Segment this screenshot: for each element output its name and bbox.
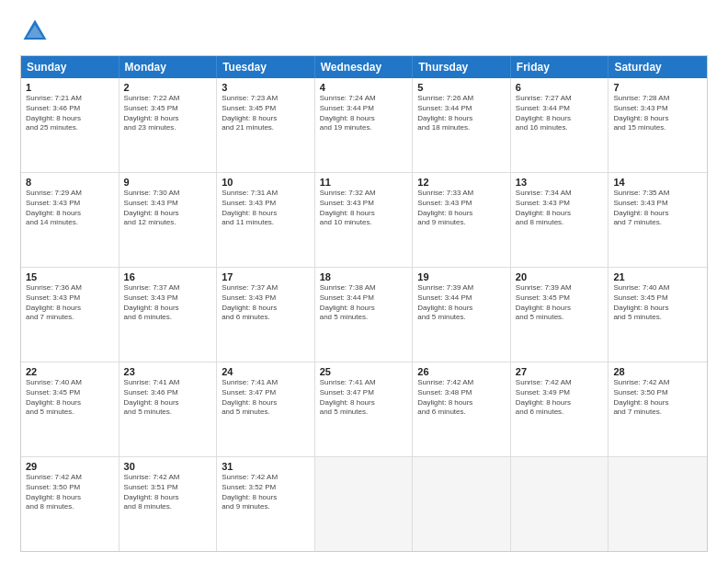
weekday-header: Tuesday: [217, 56, 315, 78]
day-info: Sunrise: 7:38 AMSunset: 3:44 PMDaylight:…: [320, 283, 408, 323]
day-info: Sunrise: 7:39 AMSunset: 3:45 PMDaylight:…: [516, 283, 604, 323]
day-info: Sunrise: 7:41 AMSunset: 3:47 PMDaylight:…: [320, 378, 408, 418]
weekday-header: Saturday: [609, 56, 707, 78]
calendar-cell: 19Sunrise: 7:39 AMSunset: 3:44 PMDayligh…: [413, 268, 511, 362]
day-info: Sunrise: 7:37 AMSunset: 3:43 PMDaylight:…: [124, 283, 212, 323]
logo-icon: [20, 17, 50, 46]
page: SundayMondayTuesdayWednesdayThursdayFrid…: [0, 0, 728, 563]
calendar-cell: 3Sunrise: 7:23 AMSunset: 3:45 PMDaylight…: [217, 78, 315, 172]
day-number: 6: [516, 82, 604, 93]
calendar-cell: 22Sunrise: 7:40 AMSunset: 3:45 PMDayligh…: [21, 362, 119, 456]
header: [20, 17, 708, 46]
calendar-cell: 25Sunrise: 7:41 AMSunset: 3:47 PMDayligh…: [315, 362, 414, 456]
day-info: Sunrise: 7:21 AMSunset: 3:46 PMDaylight:…: [26, 94, 114, 133]
calendar-cell: 26Sunrise: 7:42 AMSunset: 3:48 PMDayligh…: [413, 362, 511, 456]
calendar-cell: 14Sunrise: 7:35 AMSunset: 3:43 PMDayligh…: [609, 173, 707, 267]
weekday-header: Wednesday: [315, 56, 414, 78]
day-info: Sunrise: 7:31 AMSunset: 3:43 PMDaylight:…: [222, 189, 310, 228]
day-number: 10: [222, 177, 310, 188]
day-info: Sunrise: 7:42 AMSunset: 3:52 PMDaylight:…: [222, 473, 310, 512]
day-info: Sunrise: 7:42 AMSunset: 3:50 PMDaylight:…: [26, 473, 114, 512]
day-number: 2: [124, 82, 212, 93]
calendar-cell: 7Sunrise: 7:28 AMSunset: 3:43 PMDaylight…: [609, 78, 707, 172]
day-number: 9: [124, 177, 212, 188]
day-number: 14: [613, 177, 702, 188]
day-number: 7: [613, 82, 702, 93]
calendar-cell: [413, 457, 511, 551]
calendar-cell: 17Sunrise: 7:37 AMSunset: 3:43 PMDayligh…: [217, 268, 315, 362]
calendar-cell: [609, 457, 707, 551]
calendar-cell: 11Sunrise: 7:32 AMSunset: 3:43 PMDayligh…: [315, 173, 414, 267]
day-info: Sunrise: 7:37 AMSunset: 3:43 PMDaylight:…: [222, 283, 310, 323]
day-info: Sunrise: 7:42 AMSunset: 3:49 PMDaylight:…: [516, 378, 604, 418]
day-number: 25: [320, 366, 408, 377]
calendar-cell: 13Sunrise: 7:34 AMSunset: 3:43 PMDayligh…: [511, 173, 609, 267]
day-number: 28: [613, 366, 702, 377]
calendar-body: 1Sunrise: 7:21 AMSunset: 3:46 PMDaylight…: [21, 78, 707, 551]
day-info: Sunrise: 7:42 AMSunset: 3:50 PMDaylight:…: [613, 378, 702, 418]
calendar-row: 15Sunrise: 7:36 AMSunset: 3:43 PMDayligh…: [21, 267, 707, 362]
day-info: Sunrise: 7:42 AMSunset: 3:51 PMDaylight:…: [124, 473, 212, 512]
day-info: Sunrise: 7:40 AMSunset: 3:45 PMDaylight:…: [26, 378, 114, 418]
day-number: 12: [417, 177, 506, 188]
day-info: Sunrise: 7:41 AMSunset: 3:47 PMDaylight:…: [222, 378, 310, 418]
calendar-cell: 24Sunrise: 7:41 AMSunset: 3:47 PMDayligh…: [217, 362, 315, 456]
weekday-header: Sunday: [21, 56, 119, 78]
weekday-header: Monday: [119, 56, 218, 78]
day-info: Sunrise: 7:32 AMSunset: 3:43 PMDaylight:…: [320, 189, 408, 228]
calendar-cell: 28Sunrise: 7:42 AMSunset: 3:50 PMDayligh…: [609, 362, 707, 456]
day-info: Sunrise: 7:34 AMSunset: 3:43 PMDaylight:…: [516, 189, 604, 228]
day-info: Sunrise: 7:23 AMSunset: 3:45 PMDaylight:…: [222, 94, 310, 133]
day-info: Sunrise: 7:39 AMSunset: 3:44 PMDaylight:…: [417, 283, 506, 323]
day-number: 22: [26, 366, 114, 377]
day-number: 8: [26, 177, 114, 188]
day-number: 31: [222, 461, 310, 472]
day-number: 21: [613, 271, 702, 282]
calendar-cell: 12Sunrise: 7:33 AMSunset: 3:43 PMDayligh…: [413, 173, 511, 267]
weekday-header: Thursday: [413, 56, 511, 78]
calendar-cell: 20Sunrise: 7:39 AMSunset: 3:45 PMDayligh…: [511, 268, 609, 362]
day-info: Sunrise: 7:26 AMSunset: 3:44 PMDaylight:…: [417, 94, 506, 133]
calendar-row: 1Sunrise: 7:21 AMSunset: 3:46 PMDaylight…: [21, 78, 707, 172]
day-info: Sunrise: 7:30 AMSunset: 3:43 PMDaylight:…: [124, 189, 212, 228]
calendar-cell: 27Sunrise: 7:42 AMSunset: 3:49 PMDayligh…: [511, 362, 609, 456]
day-number: 11: [320, 177, 408, 188]
day-info: Sunrise: 7:40 AMSunset: 3:45 PMDaylight:…: [613, 283, 702, 323]
day-number: 4: [320, 82, 408, 93]
calendar-cell: [511, 457, 609, 551]
calendar-cell: 1Sunrise: 7:21 AMSunset: 3:46 PMDaylight…: [21, 78, 119, 172]
day-number: 20: [516, 271, 604, 282]
day-number: 19: [417, 271, 506, 282]
calendar-cell: 29Sunrise: 7:42 AMSunset: 3:50 PMDayligh…: [21, 457, 119, 551]
calendar-cell: 2Sunrise: 7:22 AMSunset: 3:45 PMDaylight…: [119, 78, 218, 172]
day-number: 24: [222, 366, 310, 377]
day-number: 16: [124, 271, 212, 282]
calendar-cell: [315, 457, 414, 551]
calendar-cell: 31Sunrise: 7:42 AMSunset: 3:52 PMDayligh…: [217, 457, 315, 551]
day-info: Sunrise: 7:42 AMSunset: 3:48 PMDaylight:…: [417, 378, 506, 418]
calendar-cell: 8Sunrise: 7:29 AMSunset: 3:43 PMDaylight…: [21, 173, 119, 267]
day-info: Sunrise: 7:24 AMSunset: 3:44 PMDaylight:…: [320, 94, 408, 133]
day-number: 30: [124, 461, 212, 472]
day-number: 27: [516, 366, 604, 377]
day-number: 5: [417, 82, 506, 93]
calendar: SundayMondayTuesdayWednesdayThursdayFrid…: [20, 55, 708, 552]
weekday-header: Friday: [511, 56, 609, 78]
calendar-cell: 30Sunrise: 7:42 AMSunset: 3:51 PMDayligh…: [119, 457, 218, 551]
calendar-row: 22Sunrise: 7:40 AMSunset: 3:45 PMDayligh…: [21, 362, 707, 456]
calendar-header: SundayMondayTuesdayWednesdayThursdayFrid…: [21, 56, 707, 78]
calendar-cell: 15Sunrise: 7:36 AMSunset: 3:43 PMDayligh…: [21, 268, 119, 362]
calendar-row: 29Sunrise: 7:42 AMSunset: 3:50 PMDayligh…: [21, 456, 707, 551]
calendar-cell: 23Sunrise: 7:41 AMSunset: 3:46 PMDayligh…: [119, 362, 218, 456]
day-number: 18: [320, 271, 408, 282]
day-info: Sunrise: 7:28 AMSunset: 3:43 PMDaylight:…: [613, 94, 702, 133]
day-number: 29: [26, 461, 114, 472]
day-info: Sunrise: 7:36 AMSunset: 3:43 PMDaylight:…: [26, 283, 114, 323]
day-info: Sunrise: 7:41 AMSunset: 3:46 PMDaylight:…: [124, 378, 212, 418]
logo: [20, 17, 53, 46]
day-info: Sunrise: 7:27 AMSunset: 3:44 PMDaylight:…: [516, 94, 604, 133]
day-number: 1: [26, 82, 114, 93]
calendar-cell: 6Sunrise: 7:27 AMSunset: 3:44 PMDaylight…: [511, 78, 609, 172]
day-info: Sunrise: 7:22 AMSunset: 3:45 PMDaylight:…: [124, 94, 212, 133]
calendar-cell: 4Sunrise: 7:24 AMSunset: 3:44 PMDaylight…: [315, 78, 414, 172]
